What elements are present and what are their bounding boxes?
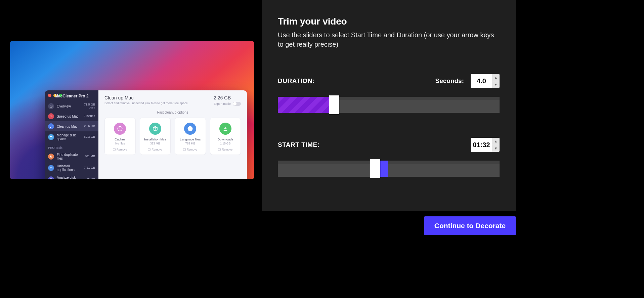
seconds-label: Seconds:: [435, 77, 464, 85]
uninstall-icon: [48, 165, 54, 171]
sidebar-item-value: 9 Issues: [84, 115, 95, 118]
box-icon: [149, 123, 161, 135]
download-icon: [219, 123, 231, 135]
trim-panel: Trim your video Use the sliders to selec…: [262, 0, 516, 211]
sidebar-item-diskspace[interactable]: Manage disk space 69.3 GB: [45, 131, 98, 143]
sidebar-item-value: 7.21 GB: [84, 166, 95, 169]
sidebar-item-label: Clean up Mac: [57, 125, 81, 128]
sidebar-item-label: Overview: [57, 104, 81, 108]
cleanup-cards: Caches No files Remove Installation file…: [98, 118, 247, 155]
checkbox-icon[interactable]: [113, 148, 116, 151]
svg-line-2: [51, 116, 52, 117]
expert-mode-label: Expert mode: [214, 102, 231, 105]
checkbox-icon[interactable]: [148, 148, 151, 151]
card-title: Caches: [107, 137, 133, 141]
checkbox-icon[interactable]: [183, 148, 186, 151]
starttime-track[interactable]: [278, 161, 500, 177]
duration-label: DURATION:: [278, 77, 435, 85]
stepper-down-icon[interactable]: ▼: [492, 81, 500, 88]
sidebar-item-value: 2.26 GB: [84, 125, 95, 128]
sidebar-item-label: Uninstall applications: [57, 164, 81, 172]
sidebar-item-label: Find duplicate files: [57, 153, 82, 160]
card-size: 1.15 GB: [212, 142, 239, 145]
duration-input[interactable]: [471, 74, 492, 88]
sidebar-item-speedup[interactable]: Speed up Mac 9 Issues: [45, 111, 98, 121]
sidebar-item-overview[interactable]: Overview 71.5 GBUsed: [45, 101, 98, 111]
video-preview-frame: MacCleaner Pro 2 Overview 71.5 GBUsed Sp…: [10, 41, 254, 179]
card-size: No files: [107, 142, 133, 145]
card-size: 323 MB: [142, 142, 169, 145]
app-main-pane: Clean up Mac Select and remove unneeded …: [98, 90, 247, 179]
duration-track[interactable]: [278, 97, 500, 113]
sidebar-item-duplicates[interactable]: Find duplicate files 401 MB: [45, 151, 98, 162]
expert-mode-row: Expert mode: [214, 102, 241, 106]
card-remove[interactable]: Remove: [177, 148, 204, 151]
checkbox-icon[interactable]: [218, 148, 221, 151]
card-remove[interactable]: Remove: [212, 148, 239, 151]
clock-icon: [114, 123, 126, 135]
broom-icon: [48, 123, 54, 129]
card-language[interactable]: Language files 785 MB Remove: [175, 118, 206, 155]
sidebar-item-analyze[interactable]: Analyze disk usage 15 GB: [45, 174, 98, 179]
expert-mode-toggle[interactable]: [233, 102, 241, 106]
card-title: Downloads: [212, 137, 239, 141]
sidebar-item-value: 71.5 GBUsed: [84, 103, 95, 109]
gauge-icon: [48, 113, 54, 119]
duration-handle[interactable]: [329, 95, 339, 114]
overview-icon: [48, 103, 54, 109]
sidebar-item-value: 401 MB: [85, 155, 95, 158]
sidebar-item-value: 69.3 GB: [84, 135, 95, 138]
sidebar-section-pro: PRO Tools: [45, 143, 98, 151]
sidebar-item-value: 15 GB: [86, 178, 95, 179]
app-title: MacCleaner Pro 2: [45, 93, 98, 101]
card-title: Installation files: [142, 137, 169, 141]
globe-icon: [184, 123, 196, 135]
starttime-handle[interactable]: [370, 159, 380, 178]
starttime-stepper[interactable]: ▲ ▼: [471, 138, 500, 152]
duration-field: DURATION: Seconds: ▲ ▼: [278, 74, 500, 113]
app-sidebar: MacCleaner Pro 2 Overview 71.5 GBUsed Sp…: [45, 90, 98, 179]
card-remove[interactable]: Remove: [107, 148, 133, 151]
maccleaner-window: MacCleaner Pro 2 Overview 71.5 GBUsed Sp…: [45, 90, 247, 179]
starttime-field: START TIME: ▲ ▼: [278, 138, 500, 177]
card-size: 785 MB: [177, 142, 204, 145]
card-remove[interactable]: Remove: [142, 148, 169, 151]
starttime-label: START TIME:: [278, 141, 471, 148]
analyze-icon: [48, 176, 54, 179]
sidebar-item-label: Manage disk space: [57, 133, 81, 141]
fast-cleanup-label: Fast cleanup options: [98, 108, 247, 118]
sidebar-item-uninstall[interactable]: Uninstall applications 7.21 GB: [45, 162, 98, 174]
stepper-down-icon[interactable]: ▼: [492, 145, 500, 152]
card-downloads[interactable]: Downloads 1.15 GB Remove: [210, 118, 241, 155]
stepper-up-icon[interactable]: ▲: [492, 138, 500, 145]
main-header: Clean up Mac Select and remove unneeded …: [98, 90, 247, 108]
continue-button[interactable]: Continue to Decorate: [424, 216, 516, 235]
sidebar-item-label: Speed up Mac: [57, 115, 81, 118]
stepper-up-icon[interactable]: ▲: [492, 74, 500, 81]
sidebar-item-label: Analyze disk usage: [57, 176, 84, 179]
sidebar-item-cleanup[interactable]: Clean up Mac 2.26 GB: [45, 121, 98, 131]
page-title: Clean up Mac: [104, 95, 214, 100]
svg-rect-6: [50, 167, 52, 169]
trim-title: Trim your video: [278, 16, 500, 27]
card-caches[interactable]: Caches No files Remove: [104, 118, 136, 155]
disk-icon: [48, 134, 54, 140]
trim-description: Use the sliders to select Start Time and…: [278, 30, 500, 49]
duration-stepper[interactable]: ▲ ▼: [471, 74, 500, 88]
duplicates-icon: [48, 154, 54, 160]
total-size: 2.26 GB: [214, 95, 241, 100]
duration-fill: [278, 97, 334, 113]
page-subtitle: Select and remove unneeded junk files to…: [104, 101, 214, 105]
card-title: Language files: [177, 137, 204, 141]
svg-point-3: [50, 136, 52, 137]
svg-point-1: [51, 106, 52, 107]
card-installation[interactable]: Installation files 323 MB Remove: [140, 118, 171, 155]
starttime-input[interactable]: [471, 138, 492, 152]
